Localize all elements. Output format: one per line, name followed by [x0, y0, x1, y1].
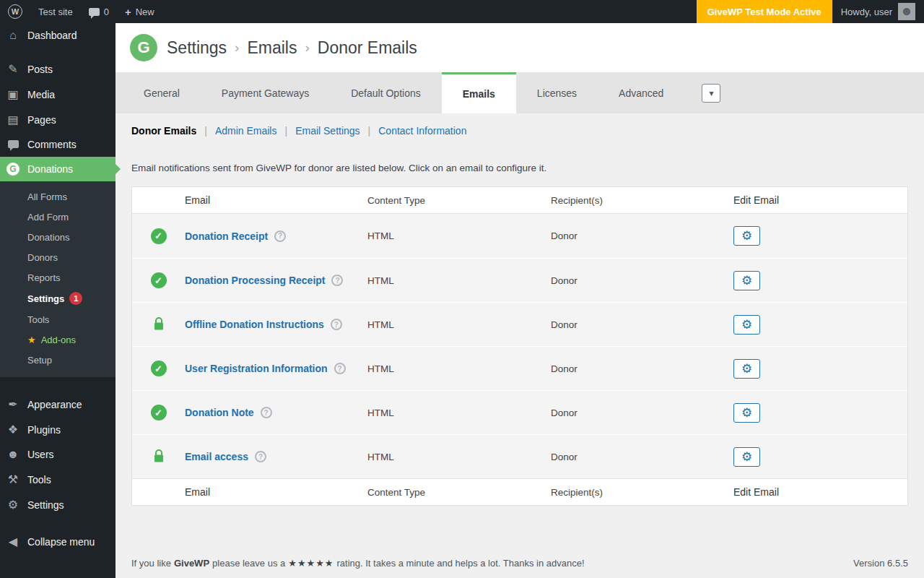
settings-icon: ⚙	[6, 498, 20, 512]
subnav-separator: |	[204, 125, 207, 137]
submenu-item-tools[interactable]: Tools	[0, 309, 116, 329]
sidebar-item-settings[interactable]: ⚙ Settings	[0, 492, 116, 517]
footer-brand: GiveWP	[174, 558, 209, 569]
edit-email-button[interactable]: ⚙	[733, 271, 760, 290]
tab-advanced[interactable]: Advanced	[598, 72, 684, 113]
star-icon: ★	[27, 335, 36, 345]
sidebar-item-comments[interactable]: Comments	[0, 132, 116, 157]
edit-email-button[interactable]: ⚙	[733, 403, 760, 423]
sidebar-item-media[interactable]: ▣ Media	[0, 82, 116, 107]
sidebar-item-label: Users	[27, 449, 54, 460]
submenu-item-add-ons[interactable]: ★ Add-ons	[0, 329, 116, 350]
edit-email-button[interactable]: ⚙	[733, 226, 760, 246]
sidebar-item-pages[interactable]: ▤ Pages	[0, 107, 116, 132]
admin-bar-left: W Test site 0 + New	[0, 0, 162, 23]
sidebar-item-label: Tools	[27, 474, 51, 486]
submenu-item-reports[interactable]: Reports	[0, 267, 116, 288]
email-name-link[interactable]: Email access	[185, 451, 248, 462]
edit-cell: ⚙	[733, 226, 907, 246]
help-icon[interactable]: ?	[274, 230, 286, 242]
givewp-logo-icon: G	[130, 34, 157, 61]
table-row: ✓ User Registration Information ? HTML D…	[132, 346, 907, 390]
email-name-link[interactable]: Donation Receipt	[185, 230, 268, 242]
submenu-item-setup[interactable]: Setup	[0, 350, 116, 370]
breadcrumb-separator: ›	[235, 40, 239, 56]
gear-icon: ⚙	[741, 449, 752, 465]
recipient-cell: Donor	[551, 230, 733, 241]
submenu-item-donations[interactable]: Donations	[0, 227, 116, 247]
sidebar-item-appearance[interactable]: ✒ Appearance	[0, 392, 116, 417]
donor-emails-table: Email Content Type Recipient(s) Edit Ema…	[131, 186, 908, 506]
submenu-item-all-forms[interactable]: All Forms	[0, 186, 116, 207]
sidebar-item-donations[interactable]: G Donations	[0, 157, 116, 181]
submenu-item-settings[interactable]: Settings 1	[0, 288, 116, 309]
email-name-link[interactable]: User Registration Information	[185, 363, 328, 374]
sidebar-item-label: Plugins	[27, 424, 61, 436]
comments-shortcut[interactable]: 0	[81, 0, 117, 23]
help-icon[interactable]: ?	[255, 451, 266, 462]
new-content-menu[interactable]: + New	[117, 0, 162, 23]
pages-icon: ▤	[6, 113, 20, 126]
help-icon[interactable]: ?	[334, 363, 346, 374]
posts-icon: ✎	[6, 62, 20, 76]
update-count-badge: 1	[69, 292, 82, 305]
rating-stars-link[interactable]: ★★★★★	[288, 558, 334, 569]
help-icon[interactable]: ?	[331, 319, 342, 330]
sidebar-item-tools[interactable]: ⚒ Tools	[0, 467, 116, 492]
table-row: Email access ? HTML Donor ⚙	[132, 434, 907, 478]
collapse-menu-button[interactable]: ◀ Collapse menu	[0, 529, 116, 554]
chevron-down-icon: ▾	[709, 88, 713, 98]
breadcrumb-settings[interactable]: Settings	[167, 38, 227, 58]
subnav-email-settings[interactable]: Email Settings	[295, 125, 359, 137]
settings-tab-bar: General Payment Gateways Default Options…	[116, 72, 924, 113]
tab-general[interactable]: General	[123, 72, 201, 113]
admin-sidebar: ⌂ Dashboard ✎ Posts ▣ Media ▤ Pages Comm…	[0, 23, 116, 578]
sidebar-item-label: Media	[27, 89, 55, 100]
tab-emails[interactable]: Emails	[442, 72, 516, 113]
givewp-icon: G	[6, 163, 20, 176]
more-tabs-button[interactable]: ▾	[702, 84, 720, 103]
subnav-contact-information[interactable]: Contact Information	[378, 125, 466, 137]
account-menu[interactable]: Howdy, user ☻	[832, 0, 924, 23]
submenu-item-donors[interactable]: Donors	[0, 247, 116, 267]
email-name-link[interactable]: Offline Donation Instructions	[185, 319, 324, 330]
email-name-link[interactable]: Donation Processing Receipt	[185, 275, 325, 286]
sidebar-item-dashboard[interactable]: ⌂ Dashboard	[0, 23, 116, 48]
site-name-link[interactable]: Test site	[30, 0, 81, 23]
email-name-link[interactable]: Donation Note	[185, 407, 254, 418]
subnav-admin-emails[interactable]: Admin Emails	[215, 125, 277, 137]
submenu-item-add-form[interactable]: Add Form	[0, 207, 116, 227]
edit-cell: ⚙	[733, 447, 907, 467]
tab-default-options[interactable]: Default Options	[330, 72, 442, 113]
recipient-cell: Donor	[551, 319, 733, 330]
subnav-separator: |	[368, 125, 371, 137]
content-type-cell: HTML	[367, 452, 551, 462]
enabled-check-icon: ✓	[151, 228, 167, 244]
edit-column-header: Edit Email	[733, 194, 907, 206]
edit-cell: ⚙	[733, 271, 907, 290]
menu-separator	[0, 377, 116, 392]
wordpress-menu[interactable]: W	[0, 0, 30, 23]
content-type-cell: HTML	[367, 275, 551, 286]
breadcrumb-emails[interactable]: Emails	[247, 38, 297, 58]
help-icon[interactable]: ?	[331, 275, 343, 286]
lock-icon	[153, 449, 165, 465]
email-cell: Donation Note ?	[185, 407, 367, 418]
subnav-donor-emails[interactable]: Donor Emails	[131, 125, 196, 137]
help-icon[interactable]: ?	[261, 407, 272, 418]
sidebar-item-users[interactable]: ☻ Users	[0, 442, 116, 467]
tab-payment-gateways[interactable]: Payment Gateways	[201, 72, 330, 113]
gear-icon: ⚙	[741, 317, 752, 332]
breadcrumb: Settings › Emails › Donor Emails	[167, 38, 417, 58]
content-type-cell: HTML	[367, 319, 551, 330]
givewp-test-mode-badge[interactable]: GiveWP Test Mode Active	[697, 0, 832, 23]
tab-licenses[interactable]: Licenses	[516, 72, 598, 113]
edit-email-button[interactable]: ⚙	[733, 447, 760, 467]
edit-email-button[interactable]: ⚙	[733, 315, 760, 335]
sidebar-item-plugins[interactable]: ❖ Plugins	[0, 417, 116, 442]
edit-email-button[interactable]: ⚙	[733, 359, 760, 379]
sidebar-item-posts[interactable]: ✎ Posts	[0, 56, 116, 82]
table-row: Offline Donation Instructions ? HTML Don…	[132, 302, 907, 346]
settings-content: Donor Emails | Admin Emails | Email Sett…	[116, 113, 924, 506]
email-section-subnav: Donor Emails | Admin Emails | Email Sett…	[131, 125, 908, 137]
